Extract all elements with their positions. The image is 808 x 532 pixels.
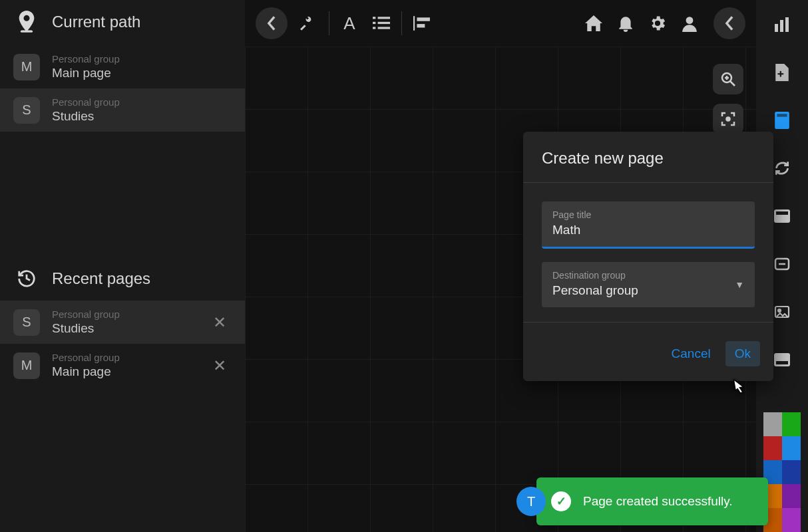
svg-rect-1 bbox=[373, 17, 375, 19]
palette-color[interactable] bbox=[782, 412, 801, 436]
top-toolbar: A bbox=[245, 0, 756, 47]
avatar: S bbox=[13, 309, 40, 336]
current-path-header: Current path bbox=[0, 0, 245, 45]
path-item[interactable]: S Personal group Studies bbox=[0, 88, 245, 132]
recent-pages-title: Recent pages bbox=[52, 269, 150, 288]
account-icon[interactable] bbox=[674, 7, 706, 39]
page-label: Studies bbox=[52, 109, 120, 124]
fit-screen-button[interactable] bbox=[713, 104, 743, 134]
palette-color[interactable] bbox=[782, 484, 801, 508]
svg-rect-7 bbox=[413, 16, 415, 31]
svg-rect-20 bbox=[778, 73, 784, 74]
chevron-down-icon: ▼ bbox=[735, 279, 744, 290]
field-label: Destination group bbox=[552, 270, 744, 281]
group-label: Personal group bbox=[52, 352, 120, 363]
svg-rect-30 bbox=[776, 361, 788, 364]
path-item[interactable]: M Personal group Main page bbox=[0, 45, 245, 88]
text-tool-icon[interactable]: A bbox=[333, 7, 365, 39]
tools-icon[interactable] bbox=[293, 7, 325, 39]
svg-rect-4 bbox=[378, 22, 390, 24]
palette-color[interactable] bbox=[782, 508, 801, 532]
svg-rect-24 bbox=[776, 211, 788, 215]
toast-badge: T bbox=[516, 487, 546, 516]
recent-item[interactable]: S Personal group Studies ✕ bbox=[0, 301, 245, 344]
toast-message: Page created successfully. bbox=[583, 494, 733, 509]
group-label: Personal group bbox=[52, 53, 120, 65]
ok-button[interactable]: Ok bbox=[725, 341, 760, 366]
recent-pages-header: Recent pages bbox=[0, 258, 245, 301]
svg-rect-8 bbox=[417, 17, 430, 21]
svg-point-28 bbox=[778, 309, 781, 312]
back-button[interactable] bbox=[256, 7, 288, 39]
list-tool-icon[interactable] bbox=[365, 7, 397, 39]
svg-rect-22 bbox=[777, 114, 787, 116]
avatar: M bbox=[13, 352, 40, 379]
destination-group-field[interactable]: Destination group Personal group ▼ bbox=[542, 262, 755, 307]
history-icon bbox=[13, 269, 40, 289]
close-icon[interactable]: ✕ bbox=[208, 354, 232, 378]
add-page-icon[interactable] bbox=[767, 57, 797, 88]
recent-item[interactable]: M Personal group Main page ✕ bbox=[0, 344, 245, 387]
destination-group-value: Personal group bbox=[552, 283, 744, 298]
success-toast: T ✓ Page created successfully. bbox=[536, 477, 768, 525]
svg-rect-3 bbox=[373, 22, 375, 24]
svg-rect-16 bbox=[775, 24, 778, 32]
dialog-title: Create new page bbox=[523, 132, 773, 182]
color-palette[interactable] bbox=[763, 412, 801, 532]
check-icon: ✓ bbox=[551, 491, 571, 511]
svg-rect-9 bbox=[417, 24, 425, 27]
group-label: Personal group bbox=[52, 96, 120, 108]
page-label: Studies bbox=[52, 321, 120, 336]
notifications-icon[interactable] bbox=[610, 7, 642, 39]
svg-rect-2 bbox=[378, 17, 390, 19]
svg-rect-17 bbox=[780, 20, 783, 32]
palette-color[interactable] bbox=[782, 436, 801, 460]
palette-color[interactable] bbox=[763, 412, 782, 436]
svg-point-15 bbox=[726, 118, 729, 121]
page-label: Main page bbox=[52, 66, 120, 80]
avatar: M bbox=[13, 54, 40, 80]
home-icon[interactable] bbox=[578, 7, 610, 39]
settings-icon[interactable] bbox=[642, 7, 674, 39]
palette-color[interactable] bbox=[763, 436, 782, 460]
avatar: S bbox=[13, 97, 40, 124]
zoom-in-button[interactable] bbox=[713, 64, 743, 94]
palette-color[interactable] bbox=[782, 460, 801, 484]
page-label: Main page bbox=[52, 364, 120, 379]
location-pin-icon bbox=[13, 11, 40, 33]
page-title-field[interactable]: Page title bbox=[542, 201, 755, 249]
collapse-right-icon[interactable] bbox=[713, 7, 745, 39]
svg-rect-18 bbox=[785, 17, 789, 32]
stats-icon[interactable] bbox=[767, 9, 797, 40]
cancel-button[interactable]: Cancel bbox=[662, 341, 720, 366]
create-page-dialog: Create new page Page title Destination g… bbox=[523, 132, 773, 381]
align-left-icon[interactable] bbox=[406, 7, 438, 39]
page-title-input[interactable] bbox=[552, 223, 744, 237]
svg-rect-5 bbox=[373, 27, 375, 29]
current-path-title: Current path bbox=[52, 13, 140, 31]
svg-rect-6 bbox=[378, 27, 390, 29]
sidebar: Current path M Personal group Main page … bbox=[0, 0, 245, 532]
group-label: Personal group bbox=[52, 309, 120, 320]
svg-rect-0 bbox=[21, 30, 33, 32]
canvas-area[interactable]: A bbox=[245, 0, 756, 532]
field-label: Page title bbox=[552, 209, 744, 220]
close-icon[interactable]: ✕ bbox=[208, 311, 232, 334]
svg-point-10 bbox=[686, 17, 694, 24]
svg-line-12 bbox=[730, 81, 735, 86]
